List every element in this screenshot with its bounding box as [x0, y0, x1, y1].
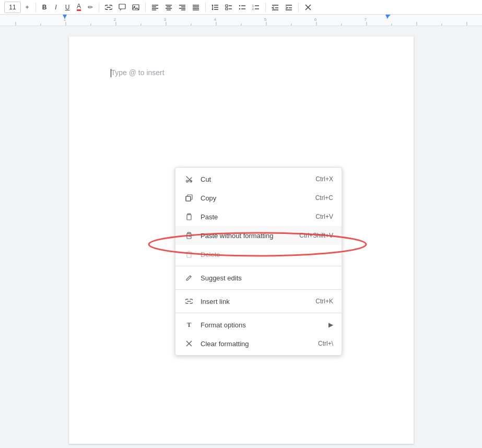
svg-point-26 — [239, 5, 240, 6]
align-center-icon — [165, 4, 172, 10]
bold-button[interactable]: B — [39, 2, 50, 13]
menu-item-suggest-edits[interactable]: Suggest edits — [175, 268, 342, 287]
bulleted-list-button[interactable] — [236, 2, 249, 13]
svg-rect-42 — [0, 15, 482, 26]
italic-button[interactable]: I — [51, 2, 61, 13]
paste-shortcut: Ctrl+V — [315, 213, 333, 220]
line-spacing-button[interactable] — [209, 2, 221, 13]
format-options-arrow: ▶ — [328, 321, 333, 328]
svg-point-2 — [134, 6, 135, 7]
divider-1 — [175, 266, 342, 266]
image-button[interactable] — [130, 2, 142, 13]
context-menu: Cut Ctrl+X Copy Ctrl+C Paste Ctrl+V Past… — [175, 167, 342, 356]
copy-label: Copy — [201, 194, 307, 202]
format-options-label: Format options — [201, 321, 324, 329]
comment-button[interactable] — [116, 2, 128, 13]
comment-icon — [119, 4, 126, 11]
menu-item-format-options[interactable]: T Format options ▶ — [175, 315, 342, 334]
suggest-edits-icon — [184, 274, 194, 281]
svg-rect-77 — [187, 215, 191, 220]
insert-link-shortcut: Ctrl+K — [315, 298, 333, 305]
toolbar-separator-5 — [265, 3, 266, 12]
underline-button[interactable]: U — [62, 2, 73, 13]
delete-icon — [184, 251, 194, 258]
paste-no-format-label: Paste without formatting — [201, 232, 291, 240]
clear-formatting-button[interactable] — [302, 2, 314, 13]
menu-item-paste-no-format[interactable]: Paste without formatting Ctrl+Shift+V — [175, 226, 342, 245]
toolbar-separator-3 — [145, 3, 146, 12]
menu-item-copy[interactable]: Copy Ctrl+C — [175, 188, 342, 207]
cut-shortcut: Ctrl+X — [315, 175, 333, 183]
svg-rect-78 — [187, 233, 191, 239]
toolbar-separator-6 — [298, 3, 299, 12]
line-spacing-icon — [211, 4, 219, 10]
indent-increase-button[interactable] — [283, 2, 295, 13]
checklist-button[interactable] — [222, 2, 235, 13]
svg-rect-75 — [186, 196, 191, 201]
delete-label: Delete — [201, 251, 333, 258]
cut-label: Cut — [201, 175, 307, 183]
svg-text:6: 6 — [314, 17, 317, 22]
svg-rect-81 — [187, 253, 191, 257]
indent-decrease-icon — [272, 4, 279, 10]
align-left-icon — [151, 4, 159, 10]
clear-formatting-shortcut: Ctrl+\ — [318, 340, 333, 347]
insert-link-icon — [184, 299, 194, 304]
indent-increase-icon — [285, 4, 292, 10]
menu-item-cut[interactable]: Cut Ctrl+X — [175, 170, 342, 188]
font-size-input[interactable]: 11 — [4, 2, 21, 13]
insert-link-label: Insert link — [201, 298, 307, 305]
svg-text:4: 4 — [214, 17, 217, 22]
link-button[interactable] — [102, 2, 115, 13]
numbered-list-icon: 1.2. — [252, 4, 260, 10]
toolbar-separator-4 — [205, 3, 206, 12]
align-right-icon — [179, 4, 186, 10]
menu-item-paste[interactable]: Paste Ctrl+V — [175, 207, 342, 226]
paste-no-format-icon — [184, 232, 194, 239]
paste-no-format-shortcut: Ctrl+Shift+V — [299, 232, 333, 239]
menu-item-insert-link[interactable]: Insert link Ctrl+K — [175, 292, 342, 311]
align-justify-button[interactable] — [190, 2, 202, 13]
format-options-icon: T — [184, 321, 194, 329]
checklist-icon — [225, 4, 232, 10]
copy-shortcut: Ctrl+C — [315, 194, 333, 202]
svg-text:2.: 2. — [252, 7, 254, 10]
ruler-svg: 1 2 3 4 5 6 7 — [0, 15, 482, 26]
svg-text:5: 5 — [264, 17, 267, 22]
svg-rect-0 — [119, 4, 125, 9]
copy-icon — [184, 194, 194, 202]
indent-decrease-button[interactable] — [269, 2, 281, 13]
link-icon — [105, 5, 112, 10]
paste-label: Paste — [201, 213, 307, 221]
bulleted-list-icon — [239, 4, 246, 10]
suggest-edits-label: Suggest edits — [201, 274, 333, 282]
align-left-button[interactable] — [149, 2, 161, 13]
font-size-add-button[interactable]: + — [22, 2, 32, 13]
document-area[interactable]: Type @ to insert Cut Ctrl+X Copy Ctrl+C … — [0, 26, 482, 448]
divider-3 — [175, 313, 342, 313]
font-color-button[interactable]: A — [74, 2, 84, 13]
font-color-label: A — [77, 3, 81, 11]
menu-item-delete: Delete — [175, 245, 342, 264]
align-center-button[interactable] — [162, 2, 175, 13]
image-icon — [132, 4, 139, 11]
svg-point-28 — [239, 8, 240, 9]
clear-formatting-icon — [304, 4, 312, 11]
svg-text:7: 7 — [365, 17, 367, 22]
cut-icon — [184, 175, 194, 183]
toolbar-separator-2 — [99, 3, 99, 12]
paste-icon — [184, 213, 194, 220]
placeholder-text: Type @ to insert — [111, 68, 164, 77]
svg-text:2: 2 — [114, 17, 116, 22]
svg-rect-22 — [226, 5, 228, 7]
highlight-button[interactable]: ✏ — [85, 2, 96, 13]
svg-rect-24 — [226, 8, 228, 10]
svg-text:3: 3 — [164, 17, 167, 22]
align-justify-icon — [192, 4, 199, 10]
numbered-list-button[interactable]: 1.2. — [250, 2, 262, 13]
menu-item-clear-formatting[interactable]: Clear formatting Ctrl+\ — [175, 334, 342, 353]
clear-formatting-menu-icon — [184, 340, 194, 347]
divider-2 — [175, 289, 342, 290]
clear-formatting-label: Clear formatting — [201, 340, 310, 348]
align-right-button[interactable] — [176, 2, 189, 13]
